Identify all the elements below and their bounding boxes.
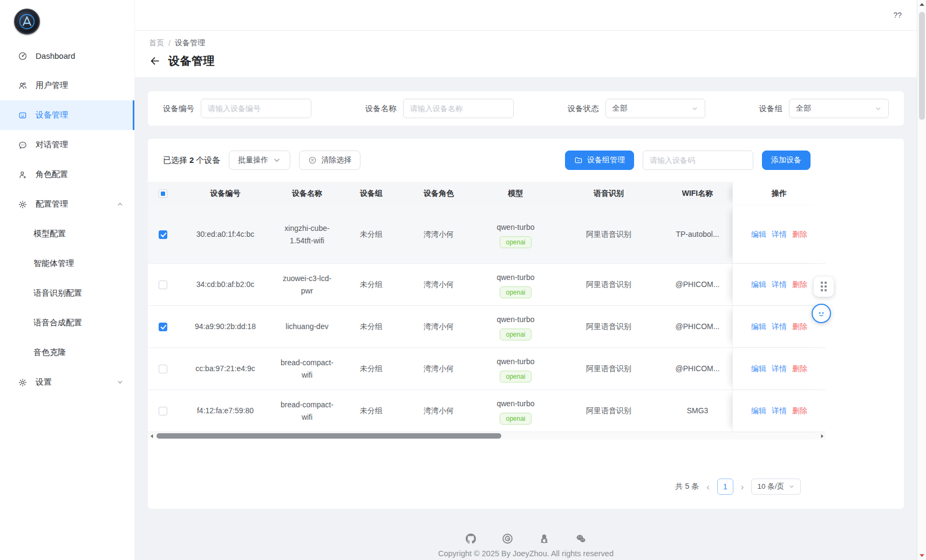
detail-link[interactable]: 详情 — [772, 363, 787, 375]
qq-icon[interactable] — [539, 534, 549, 544]
sidebar-subitem-voice-clone[interactable]: 音色克隆 — [0, 338, 134, 367]
delete-link[interactable]: 删除 — [792, 228, 807, 241]
app-logo[interactable] — [14, 9, 40, 35]
clear-selection-button[interactable]: 清除选择 — [299, 151, 360, 170]
delete-link[interactable]: 删除 — [792, 363, 807, 375]
wifi-cell: @PHICOM... — [663, 264, 732, 305]
filter-label: 设备组 — [759, 104, 782, 114]
sidebar-item-conversations[interactable]: 对话管理 — [0, 130, 134, 160]
device-group-select[interactable]: 全部 — [789, 99, 889, 118]
device-group-manage-label: 设备组管理 — [587, 155, 625, 165]
device-group-cell: 未分组 — [342, 390, 401, 432]
column-header: WIFI名称 — [663, 182, 732, 206]
breadcrumb-separator: / — [168, 39, 171, 47]
vertical-scrollbar-thumb[interactable] — [919, 12, 925, 120]
sidebar-item-settings[interactable]: 设置 — [0, 367, 134, 397]
wifi-cell: @PHICOM... — [663, 348, 732, 390]
scroll-left-arrow-icon[interactable] — [148, 432, 155, 440]
page-number-button[interactable]: 1 — [717, 479, 733, 495]
footer-icons — [466, 534, 586, 544]
sidebar-subitem-label: 语音合成配置 — [33, 318, 82, 328]
sidebar-subitem-asr-config[interactable]: 语音识别配置 — [0, 278, 134, 308]
sidebar-item-devices[interactable]: 设备管理 — [0, 100, 134, 130]
device-status-select[interactable]: 全部 — [605, 99, 705, 118]
row-checkbox[interactable] — [159, 230, 167, 239]
sidebar-item-users[interactable]: 用户管理 — [0, 71, 134, 100]
detail-link[interactable]: 详情 — [772, 228, 787, 241]
edit-link[interactable]: 编辑 — [751, 363, 766, 375]
delete-link[interactable]: 删除 — [792, 278, 807, 291]
page-size-select[interactable]: 10 条/页 — [751, 479, 801, 495]
table-row: 30:ed:a0:1f:4c:bc xingzhi-cube-1.54tft-w… — [148, 206, 826, 264]
chevron-down-icon — [788, 483, 795, 490]
delete-link[interactable]: 删除 — [792, 405, 807, 417]
device-name-input[interactable] — [403, 99, 514, 118]
delete-link[interactable]: 删除 — [792, 320, 807, 333]
scroll-down-arrow-icon[interactable] — [919, 552, 925, 558]
detail-link[interactable]: 详情 — [772, 278, 787, 291]
scrollbar-track[interactable] — [155, 432, 818, 440]
sidebar: Dashboard 用户管理 设备管理 — [0, 0, 135, 560]
sidebar-subitem-label: 智能体管理 — [33, 258, 74, 269]
breadcrumb-home[interactable]: 首页 — [149, 38, 164, 48]
model-provider-tag: openai — [500, 371, 531, 383]
sidebar-item-label: 设备管理 — [36, 110, 68, 120]
edit-link[interactable]: 编辑 — [751, 405, 766, 417]
add-device-button[interactable]: 添加设备 — [762, 151, 811, 170]
help-button[interactable]: ?? — [893, 11, 902, 19]
select-value: 全部 — [612, 104, 628, 113]
select-all-checkbox[interactable] — [159, 189, 167, 198]
chevron-down-icon — [691, 105, 698, 112]
device-code-input[interactable] — [201, 99, 311, 118]
device-role-cell: 湾湾小何 — [401, 264, 476, 305]
row-checkbox[interactable] — [159, 323, 167, 331]
sidebar-item-label: 角色配置 — [36, 169, 68, 180]
sidebar-subitem-agent-manage[interactable]: 智能体管理 — [0, 249, 134, 278]
row-checkbox[interactable] — [159, 281, 167, 289]
device-name-cell: bread-compact-wifi — [273, 348, 342, 390]
app-root: Dashboard 用户管理 设备管理 — [0, 0, 926, 560]
detail-link[interactable]: 详情 — [772, 405, 787, 417]
users-icon — [18, 81, 28, 91]
model-provider-tag: openai — [500, 286, 531, 298]
back-arrow-icon[interactable] — [149, 55, 161, 67]
sidebar-item-label: 用户管理 — [36, 80, 68, 91]
sidebar-item-config[interactable]: 配置管理 — [0, 189, 134, 219]
grid-dots-icon — [821, 282, 827, 292]
sidebar-subitem-tts-config[interactable]: 语音合成配置 — [0, 308, 134, 338]
browser-vertical-scrollbar[interactable] — [917, 0, 926, 560]
scroll-up-arrow-icon[interactable] — [919, 2, 925, 8]
floating-assistant-button[interactable] — [812, 304, 831, 323]
floating-grid-button[interactable] — [814, 277, 834, 297]
row-checkbox[interactable] — [159, 407, 167, 415]
github-icon[interactable] — [466, 534, 476, 544]
horizontal-scrollbar[interactable] — [148, 432, 826, 440]
batch-actions-label: 批量操作 — [238, 155, 268, 165]
edit-link[interactable]: 编辑 — [751, 278, 766, 291]
scrollbar-thumb[interactable] — [156, 433, 501, 439]
batch-actions-button[interactable]: 批量操作 — [229, 151, 290, 170]
device-role-cell: 湾湾小何 — [401, 390, 476, 432]
sidebar-item-label: 对话管理 — [36, 140, 68, 150]
sidebar-subitem-model-config[interactable]: 模型配置 — [0, 219, 134, 249]
wechat-icon[interactable] — [576, 534, 586, 544]
scroll-right-arrow-icon[interactable] — [818, 432, 826, 440]
selected-count: 2 — [187, 155, 196, 165]
next-page-button[interactable]: › — [740, 482, 745, 491]
device-group-manage-button[interactable]: 设备组管理 — [565, 151, 634, 170]
row-checkbox[interactable] — [159, 365, 167, 373]
device-role-cell: 湾湾小何 — [401, 348, 476, 390]
sidebar-item-roles[interactable]: 角色配置 — [0, 160, 134, 189]
pagination: 共 5 条 ‹ 1 › 10 条/页 — [148, 479, 826, 495]
device-code-add-input[interactable] — [643, 151, 753, 170]
sidebar-item-dashboard[interactable]: Dashboard — [0, 41, 134, 71]
detail-link[interactable]: 详情 — [772, 320, 787, 333]
toolbar-right: 设备组管理 添加设备 — [565, 151, 811, 170]
asr-cell: 阿里语音识别 — [555, 306, 663, 347]
page-size-value: 10 条/页 — [757, 482, 784, 491]
prev-page-button[interactable]: ‹ — [705, 482, 711, 491]
gitee-icon[interactable] — [502, 534, 513, 544]
edit-link[interactable]: 编辑 — [751, 228, 766, 241]
logo-wrap — [0, 0, 134, 35]
edit-link[interactable]: 编辑 — [751, 320, 766, 333]
